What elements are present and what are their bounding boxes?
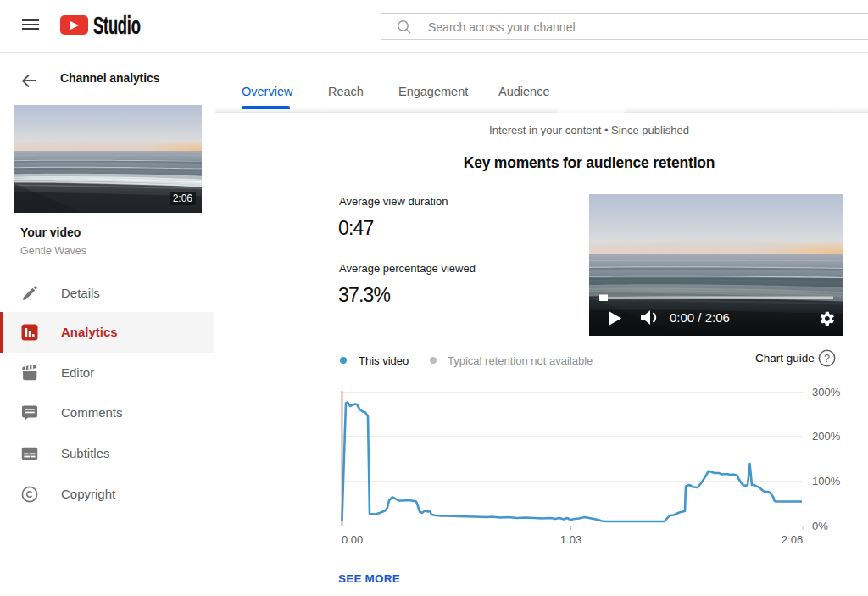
svg-text:300%: 300%: [812, 386, 841, 398]
svg-text:200%: 200%: [812, 430, 841, 443]
svg-text:1:03: 1:03: [560, 533, 581, 546]
svg-text:0:00: 0:00: [342, 533, 363, 546]
svg-text:2:06: 2:06: [782, 533, 803, 546]
svg-text:0%: 0%: [812, 520, 828, 532]
svg-text:0:00 / 2:06: 0:00 / 2:06: [670, 310, 730, 325]
svg-text:100%: 100%: [812, 475, 841, 487]
svg-text:?: ?: [824, 353, 830, 365]
